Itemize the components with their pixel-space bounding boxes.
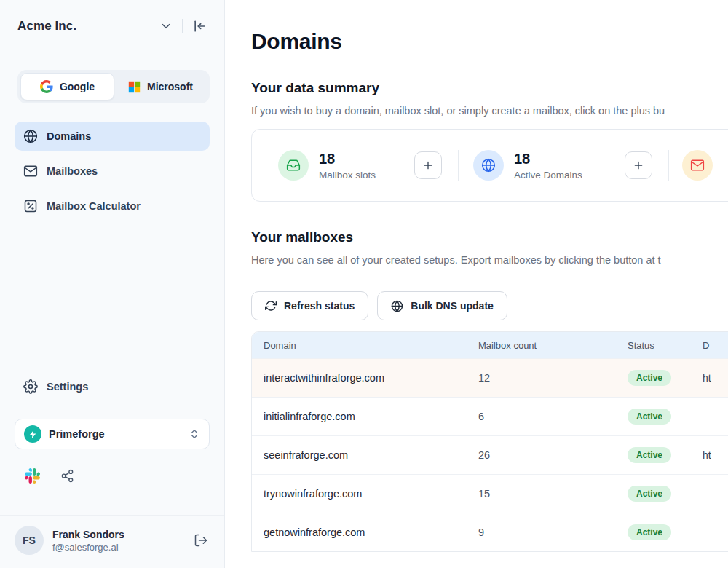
plus-icon <box>422 159 434 171</box>
mailbox-count-cell: 12 <box>478 372 628 384</box>
stat-mailbox-slots: 18 Mailbox slots <box>252 150 458 181</box>
sidebar-spacer <box>0 221 224 372</box>
avatar: FS <box>15 526 44 555</box>
logout-button[interactable] <box>194 533 208 548</box>
mailboxes-heading: Your mailboxes <box>251 229 728 245</box>
active-domains-label: Active Domains <box>514 170 582 181</box>
logout-icon <box>194 533 208 548</box>
microsoft-logo-icon <box>128 81 141 93</box>
sidebar: Acme Inc. Google <box>0 0 225 568</box>
refresh-icon <box>265 300 277 312</box>
sidebar-item-label: Settings <box>47 381 88 393</box>
page-title: Domains <box>251 29 728 54</box>
divider <box>182 19 183 33</box>
user-name: Frank Sondors <box>52 529 124 540</box>
provider-google-button[interactable]: Google <box>20 73 114 100</box>
table-row: initialinfraforge.com 6 Active <box>252 397 728 435</box>
mailbox-count-cell: 15 <box>478 488 628 500</box>
column-header-extra: D <box>703 340 728 351</box>
gear-icon <box>23 379 38 394</box>
mailbox-count-cell: 6 <box>478 411 628 422</box>
column-header-status: Status <box>628 340 703 351</box>
summary-heading: Your data summary <box>251 80 728 96</box>
primeforge-logo-icon <box>24 425 41 443</box>
provider-microsoft-label: Microsoft <box>147 81 193 92</box>
stat-mailboxes <box>669 150 728 181</box>
refresh-status-button[interactable]: Refresh status <box>251 291 368 320</box>
table-header-row: Domain Mailbox count Status D <box>252 332 728 358</box>
domain-cell: trynowinfraforge.com <box>252 488 478 500</box>
sidebar-header: Acme Inc. <box>0 0 224 33</box>
mailboxes-table: Domain Mailbox count Status D interactwi… <box>251 331 728 552</box>
bulk-dns-update-button[interactable]: Bulk DNS update <box>377 291 507 320</box>
provider-microsoft-button[interactable]: Microsoft <box>114 73 207 100</box>
column-header-domain: Domain <box>252 340 478 351</box>
workspace-switcher[interactable]: Acme Inc. <box>17 19 76 33</box>
product-selector[interactable]: Primeforge <box>15 419 210 449</box>
table-row: getnowinfraforge.com 9 Active <box>252 513 728 551</box>
sidebar-nav: Domains Mailboxes Mailbox Calculator <box>15 122 210 221</box>
user-row: FS Frank Sondors f@salesforge.ai <box>0 515 224 568</box>
mailbox-slots-label: Mailbox slots <box>319 170 376 181</box>
provider-google-label: Google <box>60 81 95 92</box>
globe-icon <box>473 150 504 181</box>
sidebar-item-domains[interactable]: Domains <box>15 122 210 151</box>
bulk-dns-update-label: Bulk DNS update <box>411 300 494 312</box>
mailbox-count-cell: 26 <box>478 449 628 461</box>
globe-icon <box>391 300 403 312</box>
add-mailbox-slot-button[interactable] <box>414 151 442 179</box>
globe-icon <box>23 129 38 143</box>
refresh-status-label: Refresh status <box>284 300 355 312</box>
product-selector-label: Primeforge <box>49 428 105 440</box>
status-badge: Active <box>628 524 671 540</box>
chevrons-up-down-icon <box>189 428 200 440</box>
share-icon[interactable] <box>60 469 74 483</box>
domain-cell: initialinfraforge.com <box>252 411 478 422</box>
mail-icon <box>682 150 713 181</box>
chevron-down-icon[interactable] <box>159 20 173 33</box>
mail-icon <box>23 164 38 178</box>
status-badge: Active <box>628 486 671 502</box>
table-row: interactwithinfraforge.com 12 Active ht <box>252 358 728 397</box>
domain-cell: interactwithinfraforge.com <box>252 372 478 384</box>
sidebar-item-label: Mailboxes <box>47 165 98 177</box>
status-badge: Active <box>628 370 671 386</box>
inbox-icon <box>278 150 309 181</box>
add-domain-button[interactable] <box>625 151 652 179</box>
provider-toggle: Google Microsoft <box>17 70 210 103</box>
sidebar-item-label: Domains <box>47 130 91 142</box>
user-email: f@salesforge.ai <box>52 542 124 553</box>
active-domains-value: 18 <box>514 151 582 167</box>
calculator-icon <box>23 199 38 213</box>
google-logo-icon <box>40 80 53 93</box>
main-content: Domains Your data summary If you wish to… <box>225 0 728 568</box>
stat-active-domains: 18 Active Domains <box>459 150 668 181</box>
plus-icon <box>633 159 644 171</box>
app-window: Acme Inc. Google <box>0 0 728 568</box>
table-row: seeinfraforge.com 26 Active ht <box>252 435 728 474</box>
slack-icon[interactable] <box>25 468 40 484</box>
mailboxes-description: Here you can see all of your created set… <box>251 254 728 266</box>
domain-cell: getnowinfraforge.com <box>252 526 478 538</box>
sidebar-item-label: Mailbox Calculator <box>47 200 141 212</box>
data-summary-card: 18 Mailbox slots 18 Active Domains <box>251 129 728 202</box>
status-badge: Active <box>628 409 671 425</box>
domain-cell: seeinfraforge.com <box>252 449 478 461</box>
status-badge: Active <box>628 447 671 463</box>
table-row: trynowinfraforge.com 15 Active <box>252 474 728 513</box>
extra-cell: ht <box>703 449 728 461</box>
sidebar-item-settings[interactable]: Settings <box>15 372 210 401</box>
table-actions: Refresh status Bulk DNS update <box>251 291 728 320</box>
collapse-sidebar-icon[interactable] <box>192 19 207 33</box>
mailbox-slots-value: 18 <box>319 151 376 167</box>
mailbox-count-cell: 9 <box>478 526 628 538</box>
sidebar-item-mailbox-calculator[interactable]: Mailbox Calculator <box>15 192 210 221</box>
sidebar-footer-icons <box>25 468 224 484</box>
summary-description: If you wish to buy a domain, mailbox slo… <box>251 105 728 117</box>
sidebar-item-mailboxes[interactable]: Mailboxes <box>15 157 210 186</box>
column-header-mailbox-count: Mailbox count <box>478 340 628 351</box>
extra-cell: ht <box>703 372 728 384</box>
